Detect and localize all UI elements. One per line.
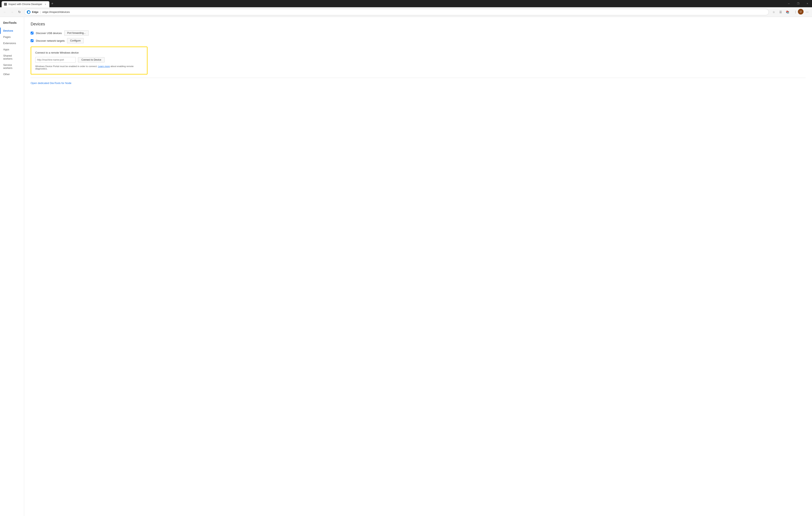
discover-network-checkbox[interactable]	[31, 39, 33, 42]
discover-usb-label: Discover USB devices	[36, 32, 62, 35]
collections-button[interactable]: ☰	[777, 9, 784, 15]
minimize-button[interactable]: ─	[784, 0, 793, 7]
window-close-button[interactable]: ×	[803, 0, 812, 7]
discover-network-label: Discover network targets	[36, 39, 65, 42]
sidebar-item-other[interactable]: Other	[0, 71, 24, 77]
sidebar-item-apps[interactable]: Apps	[0, 46, 24, 53]
devtools-logo: DevTools	[0, 19, 24, 28]
device-address-input[interactable]	[35, 57, 76, 63]
edge-logo-icon	[27, 10, 30, 14]
menu-button[interactable]: ⋯	[804, 9, 810, 15]
sidebar-item-pages[interactable]: Pages	[0, 34, 24, 40]
main-content: Devices Discover USB devices Port forwar…	[24, 17, 812, 516]
connect-to-device-box: Connect to a remote Windows device Conne…	[31, 47, 147, 74]
browser-brand: Edge	[32, 10, 38, 13]
profile-icon[interactable]: U	[798, 9, 804, 14]
immersive-reader-button[interactable]: 📚	[784, 9, 791, 15]
connect-help-text: Windows Device Portal must be enabled in…	[35, 65, 143, 70]
forward-button[interactable]: →	[9, 9, 15, 15]
connect-section-title: Connect to a remote Windows device	[35, 51, 143, 54]
open-devtools-node-link[interactable]: Open dedicated DevTools for Node	[31, 82, 71, 85]
address-separator: |	[40, 10, 41, 14]
address-bar[interactable]: Edge | edge://inspect/#devices	[24, 9, 769, 15]
refresh-button[interactable]: ↻	[16, 9, 23, 15]
app-container: DevTools Devices Pages Extensions Apps S…	[0, 17, 812, 516]
port-forwarding-button[interactable]: Port forwarding...	[64, 30, 89, 36]
discover-network-row: Discover network targets Configure	[31, 38, 806, 43]
favorites-button[interactable]: ☆	[771, 9, 777, 15]
devtools-sidebar: DevTools Devices Pages Extensions Apps S…	[0, 17, 24, 516]
toolbar: ← → ↻ Edge | edge://inspect/#devices ☆ ☰…	[0, 7, 812, 17]
configure-button[interactable]: Configure	[67, 38, 84, 43]
page-title: Devices	[31, 22, 806, 26]
sidebar-item-devices[interactable]: Devices	[0, 28, 24, 34]
split-screen-button[interactable]: ⎹	[791, 9, 798, 15]
new-tab-button[interactable]: +	[49, 1, 55, 6]
toolbar-actions: ☆ ☰ 📚 ⎹ U ⋯	[771, 9, 810, 15]
sidebar-item-service-workers[interactable]: Service workers	[0, 62, 24, 71]
tab-favicon	[4, 3, 7, 6]
connect-input-row: Connect to Device	[35, 57, 143, 63]
discover-usb-row: Discover USB devices Port forwarding...	[31, 30, 806, 36]
connect-to-device-button[interactable]: Connect to Device	[78, 57, 105, 62]
learn-more-link[interactable]: Learn more	[98, 65, 110, 67]
tab-title: Inspect with Chrome Developer	[8, 3, 42, 6]
back-button[interactable]: ←	[2, 9, 8, 15]
tab-close-button[interactable]: ×	[44, 3, 47, 6]
address-url: edge://inspect/#devices	[42, 10, 766, 13]
discover-usb-checkbox[interactable]	[31, 32, 33, 34]
sidebar-item-extensions[interactable]: Extensions	[0, 40, 24, 46]
maximize-button[interactable]: ❐	[793, 0, 803, 7]
window-controls: ─ ❐ ×	[784, 0, 812, 7]
browser-tab[interactable]: Inspect with Chrome Developer ×	[2, 1, 49, 7]
titlebar: Inspect with Chrome Developer × + ─ ❐ ×	[0, 0, 812, 7]
sidebar-item-shared-workers[interactable]: Shared workers	[0, 53, 24, 62]
